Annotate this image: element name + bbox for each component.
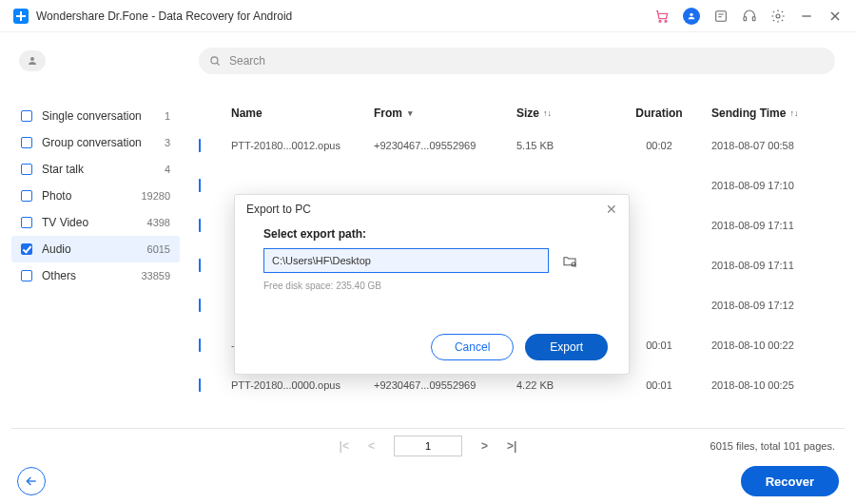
pager: |< < > >| 6015 files, total 101 pages.	[11, 428, 845, 462]
sidebar: Single conversation1Group conversation3S…	[11, 40, 180, 462]
cell-time: 2018-08-09 17:11	[711, 220, 845, 231]
cell-time: 2018-08-09 17:12	[711, 300, 845, 311]
page-input[interactable]	[394, 436, 462, 456]
svg-line-12	[217, 63, 220, 66]
export-path-label: Select export path:	[263, 227, 600, 241]
category-label: Group conversation	[42, 136, 165, 149]
category-count: 3	[165, 137, 170, 148]
browse-folder-icon[interactable]	[560, 251, 579, 270]
export-modal: Export to PC ✕ Select export path: Free …	[234, 194, 630, 375]
col-duration[interactable]: Duration	[607, 107, 711, 120]
category-count: 1	[165, 110, 170, 122]
content-area: Single conversation1Group conversation3S…	[0, 32, 856, 462]
sidebar-item-star-talk[interactable]: Star talk4	[11, 156, 180, 183]
row-checkbox[interactable]	[199, 378, 201, 392]
checkbox[interactable]	[21, 270, 32, 281]
category-count: 4398	[147, 217, 170, 228]
sort-icon: ↑↓	[543, 108, 552, 118]
category-count: 4	[165, 164, 170, 175]
cell-duration: 00:02	[607, 140, 711, 151]
back-button[interactable]	[17, 467, 46, 495]
category-label: Photo	[42, 189, 141, 203]
free-space-text: Free disk space: 235.40 GB	[263, 281, 600, 291]
category-count: 33859	[141, 270, 170, 281]
checkbox[interactable]	[21, 217, 32, 228]
feedback-icon[interactable]	[713, 9, 729, 24]
category-label: Others	[42, 269, 141, 282]
row-checkbox[interactable]	[199, 219, 201, 232]
cell-from: +9230467...09552969	[374, 140, 516, 151]
search-placeholder: Search	[229, 54, 265, 68]
cell-from: +9230467...09552969	[374, 379, 516, 391]
category-count: 6015	[147, 243, 170, 255]
modal-close-icon[interactable]: ✕	[606, 202, 617, 217]
titlebar: Wondershare Dr.Fone - Data Recovery for …	[0, 0, 856, 32]
sidebar-item-others[interactable]: Others33859	[11, 262, 180, 289]
category-label: Audio	[42, 242, 147, 256]
checkbox[interactable]	[21, 137, 32, 148]
support-icon[interactable]	[742, 9, 757, 24]
svg-rect-5	[752, 16, 755, 20]
modal-title: Export to PC	[246, 203, 311, 216]
col-sending-time[interactable]: Sending Time↑↓	[711, 107, 845, 120]
pager-total: 6015 files, total 101 pages.	[710, 440, 835, 452]
cell-time: 2018-08-10 00:25	[711, 379, 845, 391]
table-row[interactable]: PTT-20180...0012.opus+9230467...09552969…	[199, 126, 845, 165]
sidebar-item-tv-video[interactable]: TV Video4398	[11, 209, 180, 236]
row-checkbox[interactable]	[199, 259, 201, 272]
category-list: Single conversation1Group conversation3S…	[11, 103, 180, 289]
cell-time: 2018-08-10 00:22	[711, 339, 845, 351]
app-logo-icon	[13, 9, 29, 24]
row-checkbox[interactable]	[199, 139, 201, 152]
svg-rect-4	[744, 16, 747, 20]
sidebar-item-photo[interactable]: Photo19280	[11, 183, 180, 209]
svg-point-11	[211, 57, 218, 64]
close-icon[interactable]	[827, 9, 843, 24]
cell-time: 2018-08-09 17:11	[711, 260, 845, 271]
svg-point-6	[776, 14, 780, 18]
col-from[interactable]: From▾	[374, 107, 516, 120]
row-checkbox[interactable]	[199, 179, 201, 192]
export-path-input[interactable]	[263, 248, 549, 273]
prev-page-icon[interactable]: <	[368, 439, 375, 453]
row-checkbox[interactable]	[199, 299, 201, 312]
last-page-icon[interactable]: >|	[507, 439, 516, 453]
checkbox[interactable]	[21, 243, 32, 255]
search-icon	[208, 54, 222, 68]
recover-button[interactable]: Recover	[741, 466, 839, 496]
checkbox[interactable]	[21, 164, 32, 175]
export-button[interactable]: Export	[525, 334, 608, 360]
settings-icon[interactable]	[770, 9, 786, 24]
category-label: Star talk	[42, 163, 165, 176]
cell-time: 2018-08-09 17:10	[711, 180, 845, 191]
svg-point-10	[30, 57, 34, 61]
sidebar-item-group-conversation[interactable]: Group conversation3	[11, 129, 180, 156]
search-input[interactable]: Search	[199, 48, 835, 74]
next-page-icon[interactable]: >	[481, 439, 488, 453]
svg-point-0	[659, 20, 661, 22]
user-pill-icon[interactable]	[19, 50, 46, 71]
user-avatar-icon[interactable]	[683, 8, 700, 25]
app-title: Wondershare Dr.Fone - Data Recovery for …	[36, 10, 292, 23]
checkbox[interactable]	[21, 110, 32, 122]
category-count: 19280	[141, 190, 170, 202]
cell-name: PTT-20180...0000.opus	[231, 379, 374, 391]
checkbox[interactable]	[21, 190, 32, 202]
category-label: Single conversation	[42, 109, 165, 123]
first-page-icon[interactable]: |<	[340, 439, 349, 453]
svg-rect-3	[716, 10, 727, 21]
svg-point-2	[690, 12, 692, 15]
minimize-icon[interactable]	[799, 9, 814, 24]
cell-time: 2018-08-07 00:58	[711, 140, 845, 151]
col-name[interactable]: Name	[231, 107, 374, 120]
sidebar-item-audio[interactable]: Audio6015	[11, 236, 180, 262]
sidebar-item-single-conversation[interactable]: Single conversation1	[11, 103, 180, 129]
cancel-button[interactable]: Cancel	[431, 334, 514, 360]
cell-size: 5.15 KB	[516, 140, 607, 151]
cart-icon[interactable]	[654, 9, 670, 24]
cell-name: PTT-20180...0012.opus	[231, 140, 374, 151]
col-size[interactable]: Size↑↓	[516, 107, 607, 120]
row-checkbox[interactable]	[199, 339, 201, 352]
sort-icon: ↑↓	[789, 108, 798, 118]
category-label: TV Video	[42, 216, 147, 229]
